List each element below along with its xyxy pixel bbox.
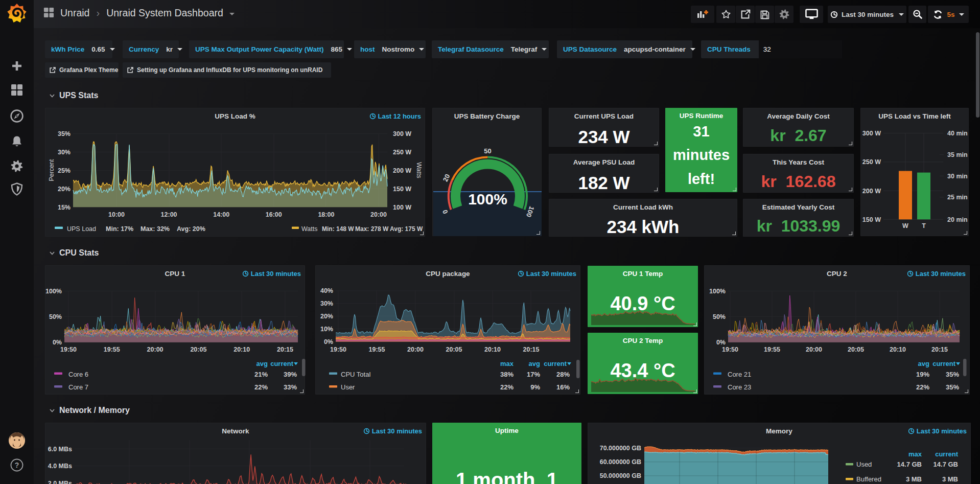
svg-text:3 MB: 3 MB (906, 475, 922, 483)
svg-text:0%: 0% (53, 339, 62, 346)
svg-text:35 min: 35 min (947, 151, 968, 158)
svg-text:3 MB: 3 MB (942, 475, 958, 483)
svg-text:19:50: 19:50 (722, 346, 738, 353)
svg-text:Core 23: Core 23 (728, 383, 751, 391)
svg-text:Min: 148 W: Min: 148 W (322, 225, 354, 233)
svg-text:current: current (270, 360, 293, 367)
svg-text:Core 6: Core 6 (68, 371, 88, 378)
svg-text:100%: 100% (468, 191, 507, 208)
svg-text:0%: 0% (324, 338, 333, 345)
svg-text:?: ? (15, 461, 19, 469)
svg-text:20:05: 20:05 (446, 346, 462, 353)
svg-text:39%: 39% (284, 371, 297, 378)
svg-text:15%: 15% (58, 204, 71, 211)
svg-text:CPU Total: CPU Total (341, 371, 370, 378)
svg-text:30 min: 30 min (947, 173, 968, 180)
svg-text:60.000000 GB: 60.000000 GB (600, 458, 641, 466)
svg-text:300 W: 300 W (393, 130, 411, 137)
svg-text:20:15: 20:15 (277, 346, 293, 353)
svg-text:max: max (500, 360, 514, 367)
svg-text:W: W (902, 222, 908, 229)
svg-text:20:15: 20:15 (523, 346, 540, 353)
svg-text:250 W: 250 W (862, 158, 881, 166)
svg-text:14:00: 14:00 (213, 211, 229, 218)
svg-text:User: User (341, 383, 355, 391)
svg-text:14.7 GB: 14.7 GB (934, 460, 958, 468)
svg-text:20:00: 20:00 (370, 211, 387, 218)
svg-text:20%: 20% (58, 186, 71, 193)
svg-text:Max: 278 W: Max: 278 W (355, 225, 389, 233)
svg-text:20:00: 20:00 (147, 346, 164, 353)
svg-text:19:50: 19:50 (60, 346, 77, 353)
svg-text:150 W: 150 W (393, 186, 411, 193)
svg-text:12:00: 12:00 (161, 211, 177, 218)
svg-text:50%: 50% (713, 313, 726, 320)
svg-text:16:00: 16:00 (266, 211, 282, 218)
svg-text:200 W: 200 W (862, 188, 881, 195)
svg-text:Buffered: Buffered (856, 475, 881, 483)
svg-text:38%: 38% (500, 371, 514, 378)
svg-text:20 min: 20 min (947, 216, 968, 223)
svg-text:10:00: 10:00 (108, 211, 125, 218)
svg-text:70.000000 GB: 70.000000 GB (600, 445, 641, 452)
svg-text:20: 20 (441, 173, 452, 182)
svg-text:Percent: Percent (48, 159, 55, 181)
svg-text:19:50: 19:50 (330, 346, 346, 353)
svg-text:14.7 GB: 14.7 GB (897, 460, 922, 468)
svg-text:20:05: 20:05 (848, 346, 864, 353)
svg-text:100%: 100% (45, 288, 62, 295)
svg-text:16%: 16% (556, 383, 570, 391)
svg-text:2.0 MBs: 2.0 MBs (48, 480, 72, 484)
svg-text:current: current (935, 450, 958, 458)
svg-text:30%: 30% (320, 300, 333, 307)
svg-text:Avg: 20%: Avg: 20% (177, 225, 205, 233)
svg-text:35%: 35% (946, 383, 959, 391)
svg-text:40 min: 40 min (947, 130, 968, 137)
svg-text:300 W: 300 W (862, 130, 881, 137)
svg-text:Avg: 175 W: Avg: 175 W (390, 225, 423, 233)
svg-text:50: 50 (484, 147, 491, 155)
svg-text:25 min: 25 min (947, 194, 968, 201)
svg-text:Max: 32%: Max: 32% (141, 225, 170, 233)
svg-text:17%: 17% (527, 371, 540, 378)
svg-text:22%: 22% (916, 383, 929, 391)
svg-text:19%: 19% (916, 371, 929, 378)
svg-text:50%: 50% (49, 313, 62, 320)
svg-text:T: T (922, 222, 926, 229)
svg-text:Watts: Watts (415, 162, 423, 178)
svg-text:6.0 MBs: 6.0 MBs (48, 446, 72, 453)
svg-text:10%: 10% (320, 326, 333, 333)
svg-text:35%: 35% (946, 371, 959, 378)
svg-text:100 W: 100 W (393, 204, 411, 211)
svg-text:30%: 30% (58, 149, 71, 156)
svg-text:20:05: 20:05 (190, 346, 206, 353)
svg-text:18:00: 18:00 (318, 211, 334, 218)
svg-text:20:10: 20:10 (890, 346, 906, 353)
svg-text:28%: 28% (556, 371, 570, 378)
svg-text:Watts: Watts (301, 225, 317, 233)
svg-text:9%: 9% (530, 383, 540, 391)
svg-text:avg: avg (256, 360, 268, 367)
svg-text:4.0 MBs: 4.0 MBs (48, 463, 72, 470)
svg-text:Used: Used (856, 460, 872, 468)
svg-text:20:10: 20:10 (234, 346, 250, 353)
svg-text:21%: 21% (254, 371, 268, 378)
svg-text:Min: 17%: Min: 17% (106, 225, 133, 233)
svg-text:100%: 100% (709, 288, 726, 295)
svg-text:Core 7: Core 7 (68, 383, 88, 391)
svg-text:50.000000 GB: 50.000000 GB (600, 472, 641, 479)
svg-text:20:00: 20:00 (407, 346, 424, 353)
svg-text:250 W: 250 W (393, 149, 411, 156)
svg-text:19:55: 19:55 (369, 346, 385, 353)
svg-text:22%: 22% (500, 383, 514, 391)
svg-text:current: current (544, 360, 567, 367)
svg-text:Core 21: Core 21 (728, 371, 751, 378)
svg-text:25%: 25% (58, 167, 71, 174)
svg-text:20%: 20% (320, 313, 333, 320)
svg-text:20:10: 20:10 (484, 346, 501, 353)
svg-text:20:15: 20:15 (931, 346, 948, 353)
svg-text:19:55: 19:55 (764, 346, 780, 353)
svg-text:UPS Load: UPS Load (67, 225, 96, 233)
svg-text:20:00: 20:00 (806, 346, 822, 353)
svg-text:40%: 40% (320, 287, 333, 294)
